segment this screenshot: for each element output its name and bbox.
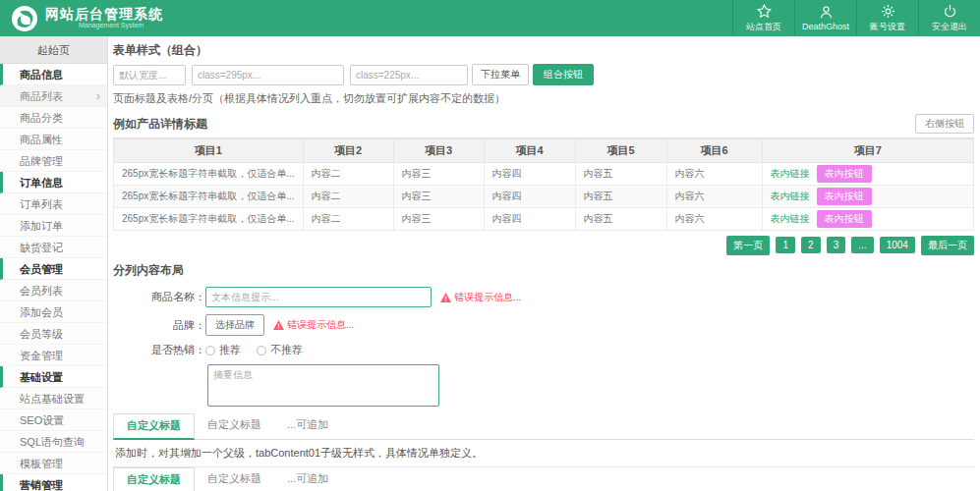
- table-link[interactable]: 表内链接: [771, 213, 810, 224]
- app-title: 网站后台管理系统: [45, 7, 163, 22]
- user-icon: [819, 5, 834, 20]
- sidebar-item-template[interactable]: 模板管理: [0, 453, 107, 474]
- sidebar-item-stockout[interactable]: 缺货登记: [0, 237, 107, 258]
- tab-bar-2: 自定义标题 自定义标题 ...可追加: [113, 467, 974, 491]
- logo-icon: [12, 6, 37, 31]
- col-header: 项目1: [114, 139, 304, 163]
- sidebar: 起始页 商品信息 商品列表› 商品分类 商品属性 品牌管理 订单信息 订单列表 …: [0, 36, 108, 491]
- page-number-button[interactable]: 1004: [880, 237, 915, 253]
- page-note: 页面标题及表格/分页（根据具体情况列入重点，切勿放置可扩展内容不定的数据）: [113, 91, 974, 106]
- sidebar-item-seo[interactable]: SEO设置: [0, 409, 107, 431]
- sidebar-section-orders[interactable]: 订单信息: [0, 172, 107, 193]
- tab-bar-1: 自定义标题 自定义标题 ...可追加: [113, 413, 974, 440]
- table-row: 265px宽长标题字符串截取，仅适合单... 内容二 内容三 内容四 内容五 内…: [114, 186, 974, 208]
- gear-icon: [881, 4, 895, 19]
- sidebar-item-order-list[interactable]: 订单列表: [0, 193, 107, 215]
- tab-appendable[interactable]: ...可追加: [274, 467, 341, 491]
- column-layout-title: 分列内容布局: [113, 262, 974, 279]
- select-brand-button[interactable]: 选择品牌: [205, 314, 264, 336]
- col-header: 项目4: [484, 139, 575, 163]
- sidebar-item-brand-mgmt[interactable]: 品牌管理: [0, 150, 107, 172]
- app-subtitle: Management System: [45, 22, 163, 29]
- nav-logout[interactable]: 安全退出: [918, 0, 980, 36]
- sidebar-section-settings[interactable]: 基础设置: [0, 366, 107, 388]
- combo-button[interactable]: 组合按钮: [533, 64, 594, 85]
- col-header: 项目6: [666, 139, 762, 163]
- warning-icon: [273, 320, 284, 330]
- table-button[interactable]: 表内按钮: [817, 188, 872, 205]
- nav-user[interactable]: DeathGhost: [794, 0, 856, 36]
- dropdown-menu-button[interactable]: 下拉菜单: [472, 64, 529, 85]
- page-last-button[interactable]: 最后一页: [921, 236, 974, 255]
- brand-error: 错误提示信息...: [273, 318, 354, 332]
- radio-recommend[interactable]: 推荐: [205, 343, 241, 357]
- warning-icon: [440, 293, 451, 302]
- sidebar-item-add-member[interactable]: 添加会员: [0, 301, 107, 323]
- sidebar-section-members[interactable]: 会员管理: [0, 258, 107, 280]
- power-icon: [943, 4, 957, 19]
- page-number-button[interactable]: 3: [827, 237, 846, 253]
- product-table-title: 例如产品详情标题: [113, 116, 207, 133]
- col-header: 项目2: [303, 139, 393, 163]
- table-row: 265px宽长标题字符串截取，仅适合单... 内容二 内容三 内容四 内容五 内…: [114, 163, 974, 186]
- sidebar-item-site-settings[interactable]: 站点基础设置: [0, 388, 107, 409]
- sidebar-item-product-category[interactable]: 商品分类: [0, 107, 107, 129]
- hot-sale-row: 是否热销： 推荐 不推荐: [113, 343, 974, 357]
- tab-custom-title-active[interactable]: 自定义标题: [113, 413, 195, 440]
- nav-account-settings[interactable]: 账号设置: [856, 0, 918, 36]
- radio-not-recommend[interactable]: 不推荐: [257, 343, 303, 357]
- nav-label: 安全退出: [932, 21, 967, 33]
- tab-appendable[interactable]: ...可追加: [274, 413, 341, 439]
- page-number-button[interactable]: 1: [776, 237, 795, 253]
- sidebar-item-add-order[interactable]: 添加订单: [0, 215, 107, 237]
- nav-label: 站点首页: [746, 21, 781, 33]
- tab-note: 添加时，对其增加一个父级，tabContent01子级无样式，具体情况单独定义。: [113, 440, 974, 467]
- radio-icon: [205, 346, 215, 355]
- main-content: 表单样式（组合） 下拉菜单 组合按钮 页面标题及表格/分页（根据具体情况列入重点…: [109, 36, 980, 491]
- page-number-button[interactable]: 2: [801, 237, 821, 253]
- right-side-button[interactable]: 右侧按钮: [915, 114, 974, 134]
- table-button[interactable]: 表内按钮: [817, 165, 872, 183]
- sidebar-section-products[interactable]: 商品信息: [0, 64, 107, 85]
- product-table-header: 例如产品详情标题 右侧按钮: [113, 114, 974, 138]
- table-button[interactable]: 表内按钮: [817, 210, 872, 228]
- error-text: 错误提示信息...: [287, 318, 354, 332]
- sidebar-item-member-level[interactable]: 会员等级: [0, 323, 107, 345]
- star-icon: [757, 4, 772, 19]
- product-table: 项目1 项目2 项目3 项目4 项目5 项目6 项目7 265px宽长标题字符串…: [113, 138, 974, 231]
- sidebar-item-member-list[interactable]: 会员列表: [0, 280, 107, 301]
- name-error: 错误提示信息...: [440, 291, 521, 304]
- page-first-button[interactable]: 第一页: [726, 236, 770, 255]
- table-link[interactable]: 表内链接: [771, 191, 810, 201]
- header-nav: 站点首页 DeathGhost 账号设置: [732, 0, 980, 36]
- summary-textarea[interactable]: [207, 364, 439, 407]
- brand-row: 品牌： 选择品牌 错误提示信息...: [113, 314, 974, 336]
- pagination: 第一页 1 2 3 ... 1004 最后一页: [113, 236, 974, 255]
- sidebar-section-marketing[interactable]: 营销管理: [0, 474, 107, 491]
- sidebar-item-sql[interactable]: SQL语句查询: [0, 431, 107, 453]
- product-name-input[interactable]: [205, 287, 432, 307]
- tab-custom-title-active[interactable]: 自定义标题: [113, 467, 195, 491]
- error-text: 错误提示信息...: [454, 291, 521, 304]
- radio-icon: [257, 346, 266, 355]
- sidebar-item-funds[interactable]: 资金管理: [0, 345, 107, 366]
- nav-site-home[interactable]: 站点首页: [732, 0, 794, 36]
- col-header: 项目5: [575, 139, 666, 163]
- page-ellipsis-button[interactable]: ...: [851, 237, 873, 253]
- app-header: 网站后台管理系统 Management System 站点首页 DeathGho…: [0, 0, 980, 36]
- sidebar-item-product-attr[interactable]: 商品属性: [0, 129, 107, 150]
- tab-custom-title[interactable]: 自定义标题: [195, 413, 274, 439]
- hot-sale-label: 是否热销：: [113, 343, 205, 357]
- product-name-row: 商品名称： 错误提示信息...: [113, 287, 974, 307]
- width-225-input[interactable]: [350, 65, 468, 85]
- sidebar-item-home[interactable]: 起始页: [0, 36, 107, 64]
- width-295-input[interactable]: [192, 65, 344, 85]
- table-row: 265px宽长标题字符串截取，仅适合单... 内容二 内容三 内容四 内容五 内…: [114, 208, 974, 231]
- nav-label: 账号设置: [870, 21, 905, 33]
- sidebar-item-product-list[interactable]: 商品列表›: [0, 85, 107, 107]
- default-width-input[interactable]: [113, 65, 186, 85]
- chevron-right-icon: ›: [96, 85, 100, 107]
- table-link[interactable]: 表内链接: [771, 168, 810, 179]
- form-combo-row: 下拉菜单 组合按钮: [113, 64, 974, 85]
- tab-custom-title[interactable]: 自定义标题: [195, 467, 274, 491]
